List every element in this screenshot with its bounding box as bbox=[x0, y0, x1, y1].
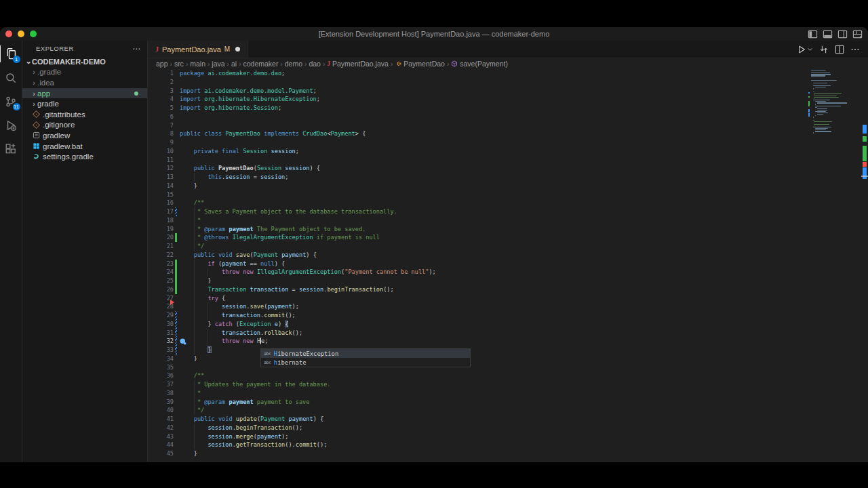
breadcrumb-item[interactable]: save(Payment) bbox=[451, 60, 508, 68]
line-number[interactable]: 33 bbox=[148, 346, 174, 354]
line-number[interactable]: 30 bbox=[148, 320, 174, 329]
code-line[interactable]: 35 bbox=[148, 363, 868, 372]
code-line[interactable]: 5import org.hibernate.Session; bbox=[148, 104, 868, 113]
breadcrumb-item[interactable]: ai bbox=[231, 60, 237, 68]
git-deleted-marker-icon[interactable] bbox=[170, 300, 174, 305]
line-number[interactable]: 24 bbox=[148, 268, 174, 277]
line-number[interactable]: 7 bbox=[148, 121, 174, 130]
toggle-panel-icon[interactable] bbox=[823, 29, 833, 39]
code-line[interactable]: 43 session.merge(payment); bbox=[148, 432, 868, 441]
line-number[interactable]: 14 bbox=[148, 182, 174, 190]
code-line[interactable]: 41 public void update(Payment payment) { bbox=[148, 415, 868, 424]
code-line[interactable]: 12 public PaymentDao(Session session) { bbox=[148, 164, 868, 173]
code-line[interactable]: 25 } bbox=[148, 277, 868, 285]
code-line[interactable]: 10 private final Session session; bbox=[148, 147, 868, 156]
activity-item-explorer[interactable]: 1 bbox=[0, 42, 22, 66]
code-line[interactable]: 36 /** bbox=[148, 371, 868, 380]
minimap[interactable] bbox=[808, 69, 850, 462]
code-line[interactable]: 38 * bbox=[148, 389, 868, 398]
line-number[interactable]: 42 bbox=[148, 424, 174, 432]
code-line[interactable]: 13 this.session = session; bbox=[148, 173, 868, 182]
line-number[interactable]: 17 bbox=[148, 207, 174, 216]
breadcrumb-item[interactable]: app bbox=[156, 60, 168, 68]
line-number[interactable]: 29 bbox=[148, 311, 174, 320]
tree-item-gradlew-bat[interactable]: gradlew.bat bbox=[22, 141, 147, 152]
code-line[interactable]: 11 bbox=[148, 156, 868, 165]
suggest-item-hibernate[interactable]: abchibernate bbox=[261, 358, 470, 367]
line-number[interactable]: 26 bbox=[148, 285, 174, 294]
close-window-button[interactable] bbox=[5, 30, 12, 37]
code-line[interactable]: 18 * bbox=[148, 216, 868, 225]
tree-item-codemaker-demo[interactable]: ⌄CODEMAKER-DEMO bbox=[22, 56, 147, 67]
code-line[interactable]: 24 throw new IllegalArgumentException("P… bbox=[148, 268, 868, 277]
code-line[interactable]: 14 } bbox=[148, 182, 868, 190]
line-number[interactable]: 3 bbox=[148, 87, 174, 96]
code-line[interactable]: 19 * @param payment The Payment object t… bbox=[148, 225, 868, 234]
line-number[interactable]: 1 bbox=[148, 69, 174, 78]
tree-item--gitattributes[interactable]: .gitattributes bbox=[22, 109, 147, 120]
run-button[interactable] bbox=[797, 45, 813, 54]
code-line[interactable]: 16 /** bbox=[148, 199, 868, 207]
code-line[interactable]: 23 if (payment == null) { bbox=[148, 260, 868, 268]
breadcrumb-item[interactable]: main bbox=[190, 60, 205, 68]
code-line[interactable]: 1package ai.codemaker.demo.dao; bbox=[148, 69, 868, 78]
code-line[interactable]: 42 session.beginTransaction(); bbox=[148, 424, 868, 432]
breadcrumb-item[interactable]: dao bbox=[309, 60, 321, 68]
line-number[interactable]: 31 bbox=[148, 329, 174, 338]
line-number[interactable]: 8 bbox=[148, 129, 174, 138]
code-line[interactable]: 21 */ bbox=[148, 242, 868, 251]
breadcrumb-item[interactable]: demo bbox=[285, 60, 302, 68]
toggle-secondary-sidebar-icon[interactable] bbox=[837, 29, 848, 39]
code-line[interactable]: 3import ai.codemaker.demo.model.Payment; bbox=[148, 87, 868, 96]
tree-item-gradle[interactable]: ›gradle bbox=[22, 98, 147, 109]
tree-item--gradle[interactable]: ›.gradle bbox=[22, 67, 147, 78]
breadcrumb-item[interactable]: PaymentDao bbox=[395, 60, 445, 68]
line-number[interactable]: 16 bbox=[148, 199, 174, 207]
code-line[interactable]: 4import org.hibernate.HibernateException… bbox=[148, 95, 868, 104]
code-line[interactable]: 37 * Updates the payment in the database… bbox=[148, 380, 868, 389]
more-actions-icon[interactable]: ⋯ bbox=[132, 45, 140, 52]
tree-item-app[interactable]: ›app bbox=[22, 88, 147, 99]
line-number[interactable]: 9 bbox=[148, 138, 174, 147]
code-line[interactable]: 29 transaction.commit(); bbox=[148, 311, 868, 320]
code-line[interactable]: 34 } bbox=[148, 354, 868, 363]
minimize-window-button[interactable] bbox=[18, 30, 24, 37]
code-editor[interactable]: 1package ai.codemaker.demo.dao;23import … bbox=[148, 69, 868, 462]
customize-layout-icon[interactable] bbox=[852, 29, 863, 39]
code-line[interactable]: 2 bbox=[148, 78, 868, 87]
zoom-window-button[interactable] bbox=[30, 30, 37, 37]
code-line[interactable]: 31 transaction.rollback(); bbox=[148, 329, 868, 338]
code-line[interactable]: 33 } bbox=[148, 346, 868, 354]
activity-item-extensions[interactable] bbox=[0, 137, 22, 161]
tree-item-gradlew[interactable]: gradlew bbox=[22, 130, 147, 141]
line-number[interactable]: 44 bbox=[148, 441, 174, 449]
breadcrumb-item[interactable]: src bbox=[174, 60, 184, 68]
code-line[interactable]: 7 bbox=[148, 121, 868, 130]
breadcrumb-item[interactable]: java bbox=[212, 60, 224, 68]
line-number[interactable]: 38 bbox=[148, 389, 174, 398]
tree-item--idea[interactable]: ›.idea bbox=[22, 77, 147, 88]
suggest-item-hibernateexception[interactable]: abcHibernateException bbox=[261, 349, 470, 358]
code-line[interactable]: 40 */ bbox=[148, 406, 868, 415]
code-line[interactable]: 32 throw new He; bbox=[148, 337, 868, 346]
line-number[interactable]: 10 bbox=[148, 147, 174, 156]
code-line[interactable]: 9 bbox=[148, 138, 868, 147]
line-number[interactable]: 22 bbox=[148, 251, 174, 260]
line-number[interactable]: 13 bbox=[148, 173, 174, 182]
code-line[interactable]: 28 session.save(payment); bbox=[148, 302, 868, 311]
code-line[interactable]: 27 try { bbox=[148, 294, 868, 303]
tab-paymentdao[interactable]: J PaymentDao.java M bbox=[148, 41, 248, 58]
line-number[interactable]: 21 bbox=[148, 242, 174, 251]
breadcrumb-item[interactable]: JPaymentDao.java bbox=[327, 60, 389, 68]
breadcrumb-item[interactable]: codemaker bbox=[243, 60, 278, 68]
line-number[interactable]: 11 bbox=[148, 156, 174, 165]
line-number[interactable]: 15 bbox=[148, 190, 174, 199]
code-line[interactable]: 17 * Saves a Payment object to the datab… bbox=[148, 207, 868, 216]
line-number[interactable]: 40 bbox=[148, 406, 174, 415]
line-number[interactable]: 43 bbox=[148, 432, 174, 441]
code-line[interactable]: 26 Transaction transaction = session.beg… bbox=[148, 285, 868, 294]
code-line[interactable]: 15 bbox=[148, 190, 868, 199]
code-line[interactable]: 39 * @param payment payment to save bbox=[148, 398, 868, 407]
line-number[interactable]: 34 bbox=[148, 354, 174, 363]
line-number[interactable]: 5 bbox=[148, 104, 174, 113]
